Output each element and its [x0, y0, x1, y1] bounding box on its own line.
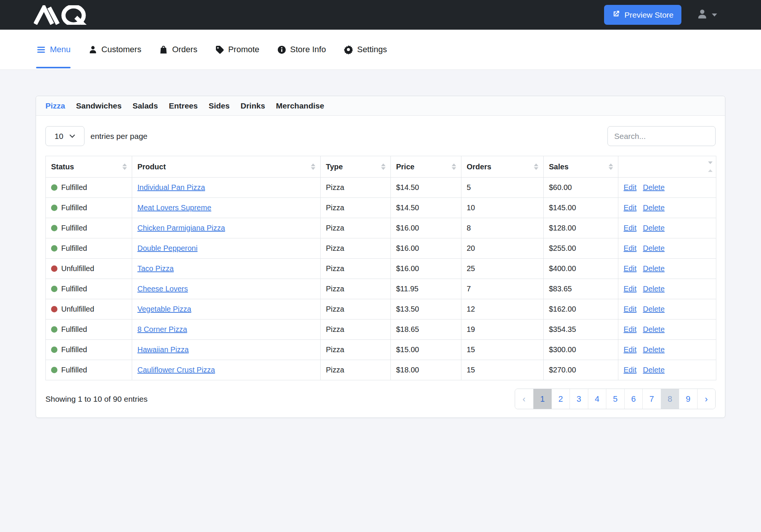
type-value: Pizza	[326, 325, 344, 333]
tab-merchandise[interactable]: Merchandise	[276, 101, 324, 110]
column-header-product[interactable]: Product	[132, 156, 321, 178]
type-cell: Pizza	[321, 259, 391, 279]
edit-link[interactable]: Edit	[624, 203, 636, 212]
delete-link[interactable]: Delete	[643, 203, 665, 212]
type-cell: Pizza	[321, 360, 391, 380]
sales-value: $270.00	[549, 366, 576, 374]
tab-salads[interactable]: Salads	[133, 101, 158, 110]
status-label: Fulfilled	[61, 285, 87, 293]
page-button-9[interactable]: 9	[679, 389, 697, 409]
column-header-price[interactable]: Price	[391, 156, 461, 178]
tab-sandwiches[interactable]: Sandwiches	[76, 101, 122, 110]
type-cell: Pizza	[321, 320, 391, 340]
entries-per-page-select[interactable]: 10	[45, 126, 84, 146]
column-header-status[interactable]: Status	[46, 156, 132, 178]
nav-item-orders[interactable]: Orders	[159, 30, 197, 69]
delete-link[interactable]: Delete	[643, 285, 665, 293]
tab-drinks[interactable]: Drinks	[241, 101, 265, 110]
page-button-3[interactable]: 3	[570, 389, 588, 409]
product-link[interactable]: Cheese Lovers	[137, 285, 188, 293]
nav-item-menu[interactable]: Menu	[36, 30, 71, 69]
user-menu[interactable]	[696, 8, 717, 21]
edit-link[interactable]: Edit	[624, 183, 636, 191]
page-button-6[interactable]: 6	[624, 389, 643, 409]
preview-store-button[interactable]: Preview Store	[604, 5, 681, 25]
type-cell: Pizza	[321, 340, 391, 360]
category-tabs: PizzaSandwichesSaladsEntreesSidesDrinksM…	[36, 96, 725, 116]
page-next-button[interactable]: ›	[697, 389, 716, 409]
page-button-7[interactable]: 7	[642, 389, 661, 409]
edit-link[interactable]: Edit	[624, 264, 636, 273]
status-cell: Fulfilled	[46, 218, 132, 238]
product-link[interactable]: Vegetable Pizza	[137, 305, 191, 313]
product-link[interactable]: Double Pepperoni	[137, 244, 197, 252]
product-link[interactable]: Taco Pizza	[137, 264, 174, 273]
nav-item-settings[interactable]: Settings	[344, 30, 387, 69]
edit-link[interactable]: Edit	[624, 305, 636, 313]
column-header-sales[interactable]: Sales	[544, 156, 618, 178]
status-label: Unfulfilled	[61, 305, 94, 313]
orders-value: 25	[467, 264, 475, 273]
delete-link[interactable]: Delete	[643, 224, 665, 232]
status-dot	[51, 306, 57, 312]
sort-icon	[708, 161, 713, 172]
price-value: $18.00	[396, 366, 419, 374]
page-prev-button[interactable]: ‹	[515, 389, 533, 409]
edit-link[interactable]: Edit	[624, 224, 636, 232]
column-header-type[interactable]: Type	[321, 156, 391, 178]
product-cell: Double Pepperoni	[132, 238, 321, 259]
sort-icon	[609, 164, 613, 170]
column-header-label: Price	[396, 163, 414, 171]
column-header-orders[interactable]: Orders	[461, 156, 544, 178]
nav-item-label: Promote	[228, 45, 259, 54]
product-link[interactable]: Chicken Parmigiana Pizza	[137, 224, 225, 232]
edit-link[interactable]: Edit	[624, 285, 636, 293]
page-button-8[interactable]: 8	[661, 389, 679, 409]
edit-link[interactable]: Edit	[624, 366, 636, 374]
product-link[interactable]: Meat Lovers Supreme	[137, 203, 211, 212]
edit-link[interactable]: Edit	[624, 244, 636, 252]
price-cell: $15.00	[391, 340, 461, 360]
delete-link[interactable]: Delete	[643, 183, 665, 191]
orders-value: 15	[467, 366, 475, 374]
nav-item-customers[interactable]: Customers	[88, 30, 141, 69]
product-link[interactable]: Hawaiian Pizza	[137, 345, 189, 354]
orders-cell: 7	[461, 279, 544, 299]
nav-item-store-info[interactable]: Store Info	[277, 30, 326, 69]
delete-link[interactable]: Delete	[643, 366, 665, 374]
tab-entrees[interactable]: Entrees	[169, 101, 198, 110]
delete-link[interactable]: Delete	[643, 244, 665, 252]
sales-cell: $354.35	[544, 320, 618, 340]
type-cell: Pizza	[321, 218, 391, 238]
delete-link[interactable]: Delete	[643, 325, 665, 333]
edit-link[interactable]: Edit	[624, 325, 636, 333]
brand-logo[interactable]	[34, 5, 97, 25]
delete-link[interactable]: Delete	[643, 264, 665, 273]
status-label: Fulfilled	[61, 244, 87, 252]
price-value: $11.95	[396, 285, 419, 293]
brand-logo-icon	[34, 5, 97, 25]
product-link[interactable]: Cauliflower Crust Pizza	[137, 366, 215, 374]
page-button-4[interactable]: 4	[588, 389, 606, 409]
page-button-2[interactable]: 2	[552, 389, 570, 409]
status-dot	[51, 286, 57, 292]
column-header-actions[interactable]	[618, 156, 716, 178]
edit-link[interactable]: Edit	[624, 345, 636, 354]
page-button-5[interactable]: 5	[606, 389, 624, 409]
nav-item-promote[interactable]: Promote	[215, 30, 259, 69]
product-link[interactable]: 8 Corner Pizza	[137, 325, 187, 333]
tab-sides[interactable]: Sides	[209, 101, 230, 110]
price-value: $16.00	[396, 264, 419, 273]
delete-link[interactable]: Delete	[643, 345, 665, 354]
price-value: $15.00	[396, 345, 419, 354]
topbar: Preview Store	[0, 0, 761, 30]
search-input[interactable]	[607, 126, 716, 146]
price-cell: $16.00	[391, 238, 461, 259]
delete-link[interactable]: Delete	[643, 305, 665, 313]
price-cell: $16.00	[391, 218, 461, 238]
tab-pizza[interactable]: Pizza	[45, 101, 65, 110]
product-link[interactable]: Individual Pan Pizza	[137, 183, 205, 191]
table-footer: Showing 1 to 10 of 90 entries ‹123456789…	[45, 380, 716, 417]
type-value: Pizza	[326, 366, 344, 374]
page-button-1[interactable]: 1	[533, 389, 552, 409]
